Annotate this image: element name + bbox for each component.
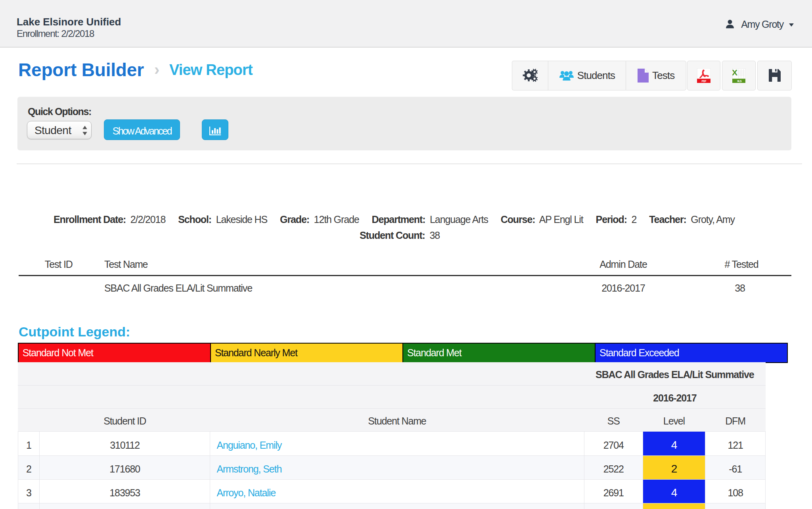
svg-text:PDF: PDF [701,79,707,83]
svg-text:XLS: XLS [737,79,742,83]
svg-text:X: X [732,68,737,77]
